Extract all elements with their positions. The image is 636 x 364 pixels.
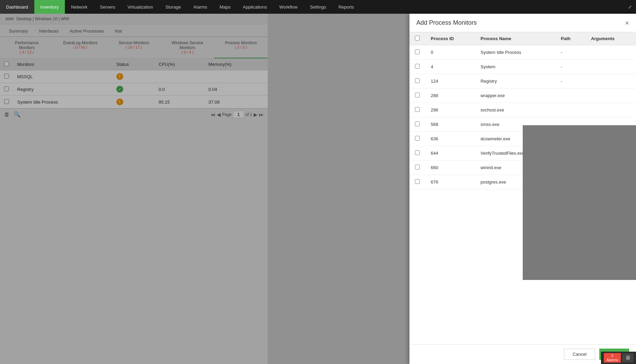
nav-reports[interactable]: Reports (332, 0, 360, 14)
nav-dashboard[interactable]: Dashboard (0, 0, 34, 14)
nav-network[interactable]: Network (65, 0, 94, 14)
process-id: 568 (425, 117, 475, 132)
nav-settings[interactable]: Settings (304, 0, 332, 14)
cancel-button[interactable]: Cancel (564, 349, 595, 360)
process-id: 636 (425, 132, 475, 146)
col-arguments: Arguments (586, 32, 636, 45)
expand-icon[interactable]: ⤢ (624, 0, 636, 14)
nav-maps[interactable]: Maps (213, 0, 237, 14)
process-name: Registry (475, 74, 555, 89)
modal-body: Process ID Process Name Path Arguments 0… (409, 32, 636, 344)
process-name: System Idle Process (475, 45, 555, 60)
modal-overlay: Add Process Monitors × Process ID Proces… (0, 14, 636, 364)
modal-title: Add Process Monitors (416, 19, 477, 26)
process-id: 124 (425, 74, 475, 89)
alarms-count: 2 (611, 354, 613, 358)
main-content: Desktop | Windows 10 | WMI Summary Inter… (0, 14, 636, 364)
process-args (586, 89, 636, 103)
add-process-monitors-modal: Add Process Monitors × Process ID Proces… (409, 14, 636, 364)
process-id: 0 (425, 45, 475, 60)
nav-storage[interactable]: Storage (159, 0, 187, 14)
modal-close-button[interactable]: × (625, 20, 629, 26)
nav-virtualization[interactable]: Virtualization (122, 0, 159, 14)
nav-servers[interactable]: Servers (94, 0, 122, 14)
process-checkbox[interactable] (415, 49, 420, 54)
top-navigation: Dashboard Inventory Network Servers Virt… (0, 0, 636, 14)
select-all-process-checkbox[interactable] (415, 36, 420, 40)
process-args (586, 45, 636, 60)
process-path (555, 89, 586, 103)
process-id: 644 (425, 146, 475, 161)
nav-applications[interactable]: Applications (237, 0, 273, 14)
gray-overlay (523, 125, 636, 280)
process-checkbox[interactable] (415, 107, 420, 112)
process-path: - (555, 60, 586, 74)
process-id: 296 (425, 103, 475, 117)
nav-alarms[interactable]: Alarms (187, 0, 213, 14)
list-item: 0 System Idle Process - (409, 45, 636, 60)
process-path: - (555, 45, 586, 60)
process-args (586, 60, 636, 74)
process-id: 660 (425, 161, 475, 175)
alarms-label: Alarms (606, 358, 618, 362)
process-id: 288 (425, 89, 475, 103)
process-name: System (475, 60, 555, 74)
process-checkbox[interactable] (415, 150, 420, 155)
col-process-name: Process Name (475, 32, 555, 45)
nav-workflow[interactable]: Workflow (273, 0, 304, 14)
list-item: 288 wrapper.exe (409, 89, 636, 103)
process-id: 4 (425, 60, 475, 74)
col-process-id: Process ID (425, 32, 475, 45)
nav-inventory[interactable]: Inventory (34, 0, 65, 14)
process-checkbox[interactable] (415, 136, 420, 141)
process-path (555, 103, 586, 117)
modal-header: Add Process Monitors × (409, 14, 636, 32)
process-args (586, 103, 636, 117)
process-name: wrapper.exe (475, 89, 555, 103)
process-checkbox[interactable] (415, 78, 420, 83)
process-checkbox[interactable] (415, 165, 420, 169)
process-checkbox[interactable] (415, 179, 420, 184)
process-id: 676 (425, 175, 475, 189)
status-bar: 2 Alarms 🖥 (601, 352, 636, 364)
col-path: Path (555, 32, 586, 45)
list-item: 296 svchost.exe (409, 103, 636, 117)
process-checkbox[interactable] (415, 121, 420, 126)
list-item: 124 Registry - (409, 74, 636, 89)
monitor-screen-icon[interactable]: 🖥 (622, 353, 633, 362)
process-checkbox[interactable] (415, 64, 420, 69)
alarms-badge[interactable]: 2 Alarms (604, 353, 621, 363)
process-name: svchost.exe (475, 103, 555, 117)
list-item: 4 System - (409, 60, 636, 74)
process-args (586, 74, 636, 89)
process-path: - (555, 74, 586, 89)
process-checkbox[interactable] (415, 93, 420, 97)
